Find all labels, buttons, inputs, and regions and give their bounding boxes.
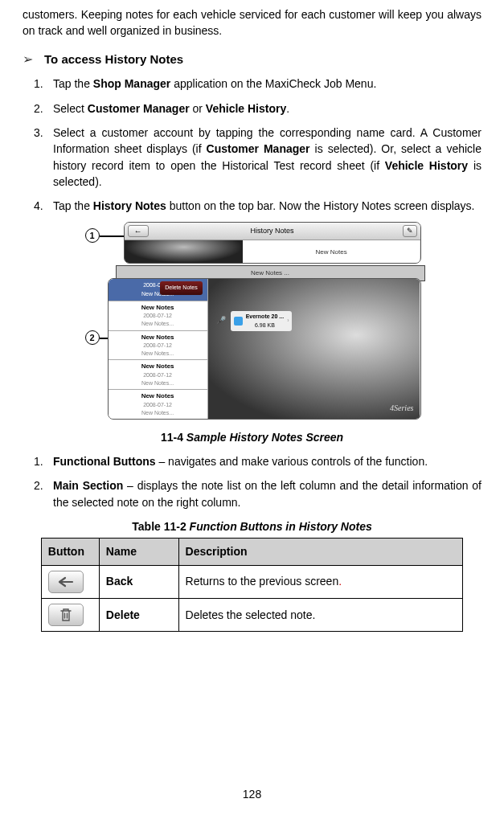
- note-row-selected: 2008-07-12 New Notes... Delete Notes: [109, 279, 207, 300]
- figure-wrapper: 1 2 History Notes ← ✎ New Notes New Note…: [23, 222, 481, 424]
- mic-icon: 🎤: [216, 315, 226, 327]
- tablet-body: New Notes: [125, 240, 420, 263]
- note-date: 2008-07-12: [112, 342, 204, 350]
- car-detail-image: [208, 279, 420, 419]
- ghost-label: New Notes ...: [251, 269, 289, 276]
- text: Tap the: [53, 199, 93, 212]
- delete-button: Delete Notes: [160, 281, 202, 294]
- table-title: Function Buttons in History Notes: [190, 520, 372, 533]
- note-row: New Notes 2008-07-12 New Notes...: [109, 301, 207, 330]
- function-table: Button Name Description Back Returns to …: [41, 538, 463, 632]
- right-column: New Notes: [243, 240, 420, 263]
- step-1: 1. Tap the Shop Manager application on t…: [53, 76, 481, 92]
- step-number: 1.: [34, 76, 43, 92]
- attachments: 🎤 Evernote 20 ... 6.98 KB ›: [216, 311, 293, 330]
- note-title: New Notes: [112, 362, 204, 371]
- back-icon: ←: [128, 225, 149, 237]
- note-sub: New Notes...: [112, 350, 204, 358]
- car-image: [125, 240, 243, 263]
- th-name: Name: [99, 539, 178, 565]
- bold: Customer Manager: [88, 102, 190, 115]
- desc-number: 1.: [34, 453, 43, 469]
- text: or: [190, 102, 206, 115]
- desc-text: Returns to the previous screen: [186, 575, 339, 588]
- desc-1: 1. Functional Buttons – navigates and ma…: [53, 453, 481, 469]
- figure: 1 2 History Notes ← ✎ New Notes New Note…: [84, 222, 421, 420]
- bold: Vehicle History: [385, 159, 468, 172]
- bold: History Notes: [93, 199, 166, 212]
- arrow-icon: ➢: [23, 53, 33, 66]
- section-title: To access History Notes: [44, 51, 183, 68]
- name-cell: Delete: [99, 598, 178, 631]
- attachment-name: Evernote 20 ...: [246, 313, 284, 321]
- button-cell: [41, 598, 99, 631]
- step-number: 3.: [34, 125, 43, 141]
- header-title: History Notes: [250, 226, 293, 236]
- table-number: Table 11-2: [132, 520, 189, 533]
- text: button on the top bar. Now the History N…: [166, 199, 475, 212]
- tablet-top-bar: History Notes ← ✎ New Notes: [124, 222, 421, 264]
- description-list: 1. Functional Buttons – navigates and ma…: [23, 453, 481, 510]
- section-header: ➢ To access History Notes: [23, 51, 481, 68]
- desc-cell: Returns to the previous screen.: [178, 565, 463, 598]
- pencil-icon: ✎: [403, 225, 417, 237]
- tablet-main: 2008-07-12 New Notes... Delete Notes New…: [108, 278, 421, 420]
- note-sub: New Notes...: [112, 379, 204, 387]
- figure-caption: 11-4 Sample History Notes Screen: [23, 429, 481, 445]
- desc-2: 2. Main Section – displays the note list…: [53, 477, 481, 510]
- note-row: New Notes 2008-07-12 New Notes...: [109, 359, 207, 389]
- note-detail: 4Series 🎤 Evernote 20 ... 6.98 KB ›: [208, 279, 420, 419]
- attachment-icon: [234, 317, 243, 326]
- attachment-text: Evernote 20 ... 6.98 KB: [246, 313, 284, 329]
- note-date: 2008-07-12: [112, 401, 204, 409]
- note-date: 2008-07-12: [112, 312, 204, 320]
- step-4: 4. Tap the History Notes button on the t…: [53, 198, 481, 214]
- bold: Vehicle History: [206, 102, 286, 115]
- note-date: 2008-07-12: [112, 371, 204, 379]
- chevron-right-icon: ›: [287, 317, 289, 325]
- name-cell: Back: [99, 565, 178, 598]
- step-number: 4.: [34, 198, 43, 214]
- table-row: Delete Deletes the selected note.: [41, 598, 462, 631]
- back-icon: [48, 571, 84, 593]
- note-sub: New Notes...: [112, 320, 204, 328]
- main-body: 2008-07-12 New Notes... Delete Notes New…: [109, 279, 420, 419]
- th-button: Button: [41, 539, 99, 565]
- bold: Shop Manager: [93, 77, 170, 90]
- steps-list: 1. Tap the Shop Manager application on t…: [23, 76, 481, 214]
- text: .: [286, 102, 289, 115]
- note-sub: New Notes...: [112, 409, 204, 417]
- note-list: 2008-07-12 New Notes... Delete Notes New…: [109, 279, 208, 419]
- step-number: 2.: [34, 100, 43, 117]
- text: Select: [53, 102, 88, 115]
- tablet-header: History Notes ← ✎: [125, 223, 420, 240]
- table-row: Back Returns to the previous screen.: [41, 565, 462, 598]
- page-number: 128: [0, 786, 504, 802]
- intro-text: customers. Keeping notes for each vehicl…: [23, 6, 481, 39]
- attachment: Evernote 20 ... 6.98 KB ›: [231, 311, 293, 330]
- callout-1: 1: [85, 228, 100, 243]
- note-row: New Notes 2008-07-12 New Notes...: [109, 330, 207, 360]
- table-header-row: Button Name Description: [41, 539, 462, 565]
- figure-number: 11-4: [161, 431, 186, 444]
- bold: Customer Manager: [207, 142, 310, 155]
- text: Tap the: [53, 77, 93, 90]
- attachment-size: 6.98 KB: [246, 321, 284, 330]
- callout-2: 2: [85, 330, 100, 345]
- note-title: New Notes: [112, 333, 204, 342]
- button-cell: [41, 565, 99, 598]
- step-2: 2. Select Customer Manager or Vehicle Hi…: [53, 100, 481, 117]
- bold: Functional Buttons: [53, 455, 156, 468]
- note-row: New Notes 2008-07-12 New Notes...: [109, 389, 207, 419]
- callout-line: [100, 235, 124, 236]
- note-title: New Notes: [112, 391, 204, 401]
- period: .: [338, 575, 342, 588]
- figure-title: Sample History Notes Screen: [186, 431, 343, 444]
- th-description: Description: [178, 539, 463, 565]
- text: – navigates and make various controls of…: [156, 455, 428, 468]
- note-title: New Notes: [112, 303, 204, 313]
- desc-number: 2.: [34, 477, 43, 494]
- table-caption: Table 11-2 Function Buttons in History N…: [23, 518, 481, 534]
- bold: Main Section: [53, 479, 123, 492]
- left-column: [125, 240, 243, 263]
